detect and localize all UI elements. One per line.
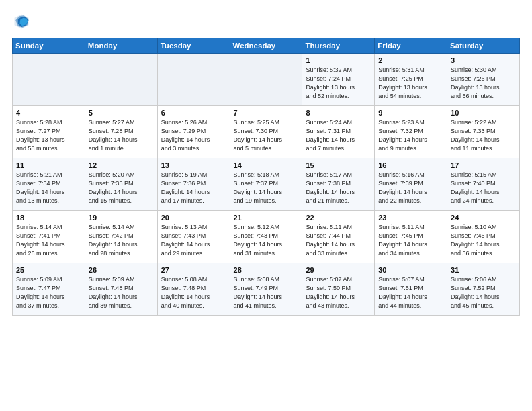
day-number: 26 xyxy=(89,266,154,274)
day-info: Sunrise: 5:12 AM Sunset: 7:43 PM Dayligh… xyxy=(234,223,300,258)
day-number: 9 xyxy=(378,109,444,117)
calendar-cell: 26Sunrise: 5:09 AM Sunset: 7:48 PM Dayli… xyxy=(85,263,157,316)
day-number: 15 xyxy=(306,161,371,169)
calendar-cell: 14Sunrise: 5:18 AM Sunset: 7:37 PM Dayli… xyxy=(230,158,302,211)
day-number: 20 xyxy=(161,214,227,222)
day-number: 24 xyxy=(451,214,517,222)
calendar-cell: 10Sunrise: 5:22 AM Sunset: 7:33 PM Dayli… xyxy=(447,106,520,158)
weekday-header: Sunday xyxy=(13,38,85,54)
calendar-cell: 31Sunrise: 5:06 AM Sunset: 7:52 PM Dayli… xyxy=(447,263,520,316)
day-number: 27 xyxy=(161,266,227,274)
calendar-cell xyxy=(230,54,302,106)
calendar-cell: 16Sunrise: 5:16 AM Sunset: 7:39 PM Dayli… xyxy=(375,158,447,211)
calendar-header: SundayMondayTuesdayWednesdayThursdayFrid… xyxy=(13,38,520,54)
calendar-cell xyxy=(157,54,230,106)
day-info: Sunrise: 5:08 AM Sunset: 7:49 PM Dayligh… xyxy=(234,275,300,310)
day-info: Sunrise: 5:11 AM Sunset: 7:44 PM Dayligh… xyxy=(306,223,371,258)
day-number: 5 xyxy=(89,109,154,117)
calendar-table: SundayMondayTuesdayWednesdayThursdayFrid… xyxy=(12,38,520,316)
calendar-cell: 4Sunrise: 5:28 AM Sunset: 7:27 PM Daylig… xyxy=(13,106,85,158)
calendar-cell: 24Sunrise: 5:10 AM Sunset: 7:46 PM Dayli… xyxy=(447,211,520,263)
day-info: Sunrise: 5:22 AM Sunset: 7:33 PM Dayligh… xyxy=(451,118,517,153)
day-info: Sunrise: 5:14 AM Sunset: 7:41 PM Dayligh… xyxy=(16,223,82,258)
day-info: Sunrise: 5:09 AM Sunset: 7:48 PM Dayligh… xyxy=(89,275,154,310)
calendar-cell: 9Sunrise: 5:23 AM Sunset: 7:32 PM Daylig… xyxy=(375,106,447,158)
calendar-cell: 6Sunrise: 5:26 AM Sunset: 7:29 PM Daylig… xyxy=(157,106,230,158)
day-info: Sunrise: 5:13 AM Sunset: 7:43 PM Dayligh… xyxy=(161,223,227,258)
day-number: 13 xyxy=(161,161,227,169)
day-info: Sunrise: 5:25 AM Sunset: 7:30 PM Dayligh… xyxy=(234,118,300,153)
calendar-cell: 17Sunrise: 5:15 AM Sunset: 7:40 PM Dayli… xyxy=(447,158,520,211)
day-number: 28 xyxy=(234,266,300,274)
day-number: 21 xyxy=(234,214,300,222)
day-info: Sunrise: 5:23 AM Sunset: 7:32 PM Dayligh… xyxy=(378,118,444,153)
calendar-cell: 29Sunrise: 5:07 AM Sunset: 7:50 PM Dayli… xyxy=(302,263,375,316)
day-number: 31 xyxy=(451,266,517,274)
calendar-cell: 30Sunrise: 5:07 AM Sunset: 7:51 PM Dayli… xyxy=(375,263,447,316)
day-number: 16 xyxy=(378,161,444,169)
day-number: 3 xyxy=(451,56,517,64)
calendar-cell: 8Sunrise: 5:24 AM Sunset: 7:31 PM Daylig… xyxy=(302,106,375,158)
day-info: Sunrise: 5:09 AM Sunset: 7:47 PM Dayligh… xyxy=(16,275,82,310)
day-info: Sunrise: 5:17 AM Sunset: 7:38 PM Dayligh… xyxy=(306,171,371,205)
day-number: 7 xyxy=(234,109,300,117)
day-number: 12 xyxy=(89,161,154,169)
logo-icon xyxy=(12,12,31,31)
day-number: 14 xyxy=(234,161,300,169)
day-number: 22 xyxy=(306,214,371,222)
day-number: 2 xyxy=(378,56,444,64)
calendar-cell: 28Sunrise: 5:08 AM Sunset: 7:49 PM Dayli… xyxy=(230,263,302,316)
calendar-cell: 19Sunrise: 5:14 AM Sunset: 7:42 PM Dayli… xyxy=(85,211,157,263)
calendar-page: SundayMondayTuesdayWednesdayThursdayFrid… xyxy=(0,0,532,322)
day-info: Sunrise: 5:21 AM Sunset: 7:34 PM Dayligh… xyxy=(16,171,82,205)
calendar-cell xyxy=(13,54,85,106)
day-info: Sunrise: 5:27 AM Sunset: 7:28 PM Dayligh… xyxy=(89,118,154,153)
calendar-cell: 1Sunrise: 5:32 AM Sunset: 7:24 PM Daylig… xyxy=(302,54,375,106)
day-number: 29 xyxy=(306,266,371,274)
day-info: Sunrise: 5:06 AM Sunset: 7:52 PM Dayligh… xyxy=(451,275,517,310)
logo xyxy=(12,12,34,31)
day-info: Sunrise: 5:28 AM Sunset: 7:27 PM Dayligh… xyxy=(16,118,82,153)
day-number: 23 xyxy=(378,214,444,222)
calendar-cell: 13Sunrise: 5:19 AM Sunset: 7:36 PM Dayli… xyxy=(157,158,230,211)
calendar-cell: 23Sunrise: 5:11 AM Sunset: 7:45 PM Dayli… xyxy=(375,211,447,263)
weekday-header: Tuesday xyxy=(157,38,230,54)
day-number: 6 xyxy=(161,109,227,117)
day-number: 17 xyxy=(451,161,517,169)
calendar-cell: 5Sunrise: 5:27 AM Sunset: 7:28 PM Daylig… xyxy=(85,106,157,158)
weekday-header: Thursday xyxy=(302,38,375,54)
day-info: Sunrise: 5:20 AM Sunset: 7:35 PM Dayligh… xyxy=(89,171,154,205)
calendar-cell: 25Sunrise: 5:09 AM Sunset: 7:47 PM Dayli… xyxy=(13,263,85,316)
day-info: Sunrise: 5:10 AM Sunset: 7:46 PM Dayligh… xyxy=(451,223,517,258)
day-info: Sunrise: 5:30 AM Sunset: 7:26 PM Dayligh… xyxy=(451,66,517,101)
day-number: 8 xyxy=(306,109,371,117)
day-number: 11 xyxy=(16,161,82,169)
calendar-cell: 22Sunrise: 5:11 AM Sunset: 7:44 PM Dayli… xyxy=(302,211,375,263)
calendar-cell: 27Sunrise: 5:08 AM Sunset: 7:48 PM Dayli… xyxy=(157,263,230,316)
day-info: Sunrise: 5:07 AM Sunset: 7:50 PM Dayligh… xyxy=(306,275,371,310)
day-info: Sunrise: 5:19 AM Sunset: 7:36 PM Dayligh… xyxy=(161,171,227,205)
header xyxy=(12,12,520,31)
calendar-cell: 2Sunrise: 5:31 AM Sunset: 7:25 PM Daylig… xyxy=(375,54,447,106)
calendar-cell: 7Sunrise: 5:25 AM Sunset: 7:30 PM Daylig… xyxy=(230,106,302,158)
day-info: Sunrise: 5:24 AM Sunset: 7:31 PM Dayligh… xyxy=(306,118,371,153)
calendar-cell: 12Sunrise: 5:20 AM Sunset: 7:35 PM Dayli… xyxy=(85,158,157,211)
calendar-cell: 11Sunrise: 5:21 AM Sunset: 7:34 PM Dayli… xyxy=(13,158,85,211)
calendar-cell: 21Sunrise: 5:12 AM Sunset: 7:43 PM Dayli… xyxy=(230,211,302,263)
day-number: 1 xyxy=(306,56,371,64)
day-info: Sunrise: 5:15 AM Sunset: 7:40 PM Dayligh… xyxy=(451,171,517,205)
weekday-header: Saturday xyxy=(447,38,520,54)
day-info: Sunrise: 5:14 AM Sunset: 7:42 PM Dayligh… xyxy=(89,223,154,258)
day-number: 18 xyxy=(16,214,82,222)
calendar-cell: 3Sunrise: 5:30 AM Sunset: 7:26 PM Daylig… xyxy=(447,54,520,106)
calendar-cell xyxy=(85,54,157,106)
calendar-cell: 18Sunrise: 5:14 AM Sunset: 7:41 PM Dayli… xyxy=(13,211,85,263)
day-info: Sunrise: 5:32 AM Sunset: 7:24 PM Dayligh… xyxy=(306,66,371,101)
day-info: Sunrise: 5:18 AM Sunset: 7:37 PM Dayligh… xyxy=(234,171,300,205)
day-number: 25 xyxy=(16,266,82,274)
day-info: Sunrise: 5:26 AM Sunset: 7:29 PM Dayligh… xyxy=(161,118,227,153)
day-number: 30 xyxy=(378,266,444,274)
day-number: 19 xyxy=(89,214,154,222)
weekday-header: Wednesday xyxy=(230,38,302,54)
day-info: Sunrise: 5:16 AM Sunset: 7:39 PM Dayligh… xyxy=(378,171,444,205)
